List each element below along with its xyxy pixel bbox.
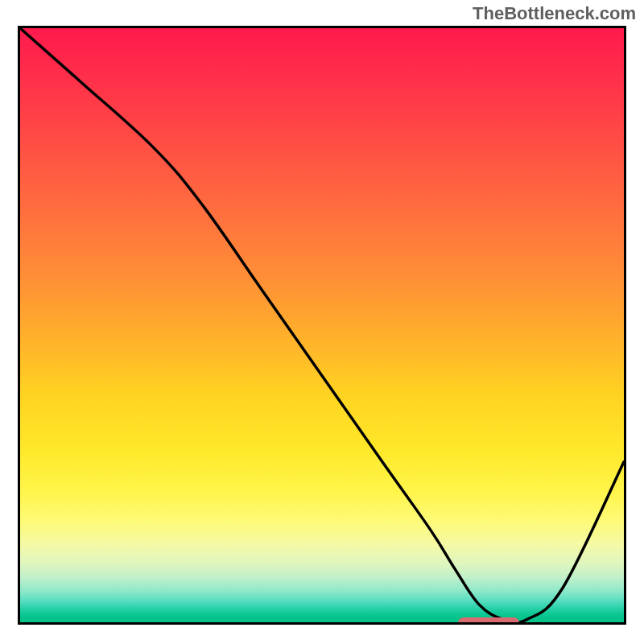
chart-min-marker	[458, 617, 519, 625]
chart-line-svg	[20, 28, 624, 622]
chart-curve-path	[20, 28, 624, 622]
watermark-text: TheBottleneck.com	[473, 3, 636, 24]
chart-plot-area	[18, 26, 626, 625]
